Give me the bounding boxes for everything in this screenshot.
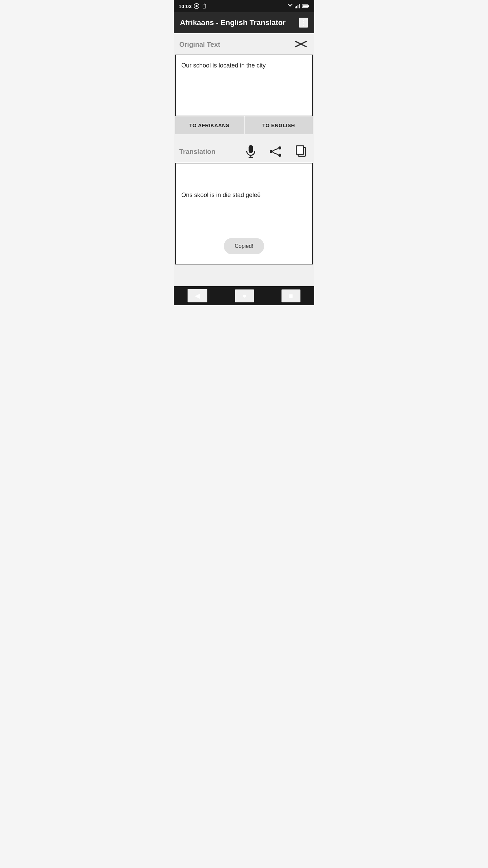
home-button[interactable]: ● (235, 289, 254, 302)
svg-rect-4 (295, 7, 296, 8)
to-english-button[interactable]: TO ENGLISH (245, 116, 313, 134)
to-afrikaans-button[interactable]: TO AFRIKAANS (175, 116, 244, 134)
recent-apps-button[interactable]: ■ (281, 289, 300, 302)
close-icon (294, 39, 307, 49)
original-text-header: Original Text (174, 33, 314, 55)
svg-point-1 (196, 5, 198, 7)
original-text-box (175, 55, 313, 116)
share-button[interactable] (268, 144, 283, 159)
svg-rect-7 (299, 4, 300, 8)
sim-icon (194, 3, 200, 9)
svg-rect-22 (296, 146, 304, 154)
status-time: 10:03 (179, 3, 191, 9)
translation-section: Translation (174, 140, 314, 264)
copy-button[interactable] (293, 144, 309, 159)
translation-buttons: TO AFRIKAANS TO ENGLISH (175, 116, 313, 134)
svg-line-20 (273, 153, 278, 155)
app-title: Afrikaans - English Translator (180, 18, 286, 27)
svg-rect-6 (298, 5, 298, 8)
svg-rect-2 (203, 4, 206, 8)
clipboard-icon (202, 3, 207, 9)
app-bar: Afrikaans - English Translator ⋮ (174, 12, 314, 33)
share-icon (269, 145, 282, 158)
svg-rect-5 (296, 6, 297, 8)
signal-icon (295, 3, 300, 9)
translated-text: Ons skool is in die stad geleë (181, 191, 261, 200)
action-icons (244, 144, 309, 159)
svg-rect-3 (204, 4, 205, 5)
svg-point-18 (270, 150, 273, 153)
battery-icon (302, 4, 309, 8)
microphone-button[interactable] (244, 144, 258, 159)
status-bar: 10:03 (174, 0, 314, 12)
original-text-label: Original Text (179, 41, 220, 48)
svg-point-16 (278, 146, 281, 150)
translation-text-box: Ons skool is in die stad geleë Copied! (175, 163, 313, 264)
back-button[interactable]: ◀ (187, 289, 207, 302)
svg-rect-13 (249, 145, 253, 153)
original-text-input[interactable] (181, 62, 307, 106)
bottom-nav: ◀ ● ■ (174, 286, 314, 305)
copied-toast: Copied! (224, 238, 264, 254)
translation-label: Translation (179, 148, 216, 156)
wifi-icon (287, 4, 293, 8)
translation-header: Translation (174, 140, 314, 163)
mic-icon (245, 145, 257, 158)
main-content: Original Text TO AFRIKAANS TO ENGLISH Tr… (174, 33, 314, 286)
svg-rect-9 (308, 5, 309, 7)
svg-rect-10 (303, 5, 308, 7)
more-options-button[interactable]: ⋮ (299, 18, 308, 28)
clear-button[interactable] (293, 38, 309, 51)
copy-icon (294, 145, 307, 158)
svg-line-19 (273, 149, 278, 151)
svg-point-17 (278, 154, 281, 157)
